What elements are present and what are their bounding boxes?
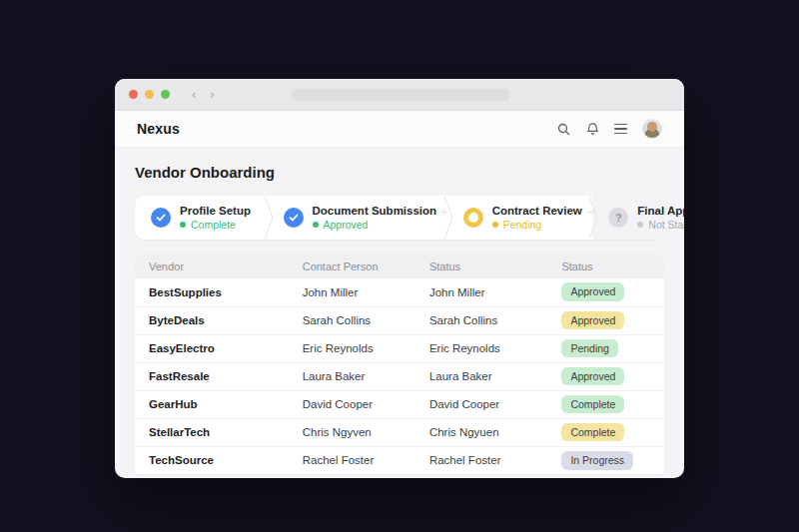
contact-cell: David Cooper <box>289 390 415 418</box>
table-row[interactable]: GearHub David Cooper David Cooper Comple… <box>135 390 664 418</box>
vendor-table-card: Vendor Contact Person Status Status Best… <box>135 254 664 474</box>
main-content: Vendor Onboarding Profile Setup Complete <box>115 148 684 474</box>
progress-ring-icon <box>463 208 483 228</box>
table-row[interactable]: BestSupplies John Miller John Miller App… <box>135 278 664 306</box>
status-dot-icon <box>180 222 186 228</box>
table-header-row: Vendor Contact Person Status Status <box>135 254 664 278</box>
page-title: Vendor Onboarding <box>135 164 664 181</box>
search-icon[interactable] <box>556 122 570 136</box>
status-badge: Approved <box>561 367 624 386</box>
table-row[interactable]: TechSource Rachel Foster Rachel Foster I… <box>135 446 664 474</box>
status-badge: Complete <box>561 423 624 442</box>
status-badge: Complete <box>561 395 624 414</box>
status-badge: Approved <box>561 311 624 330</box>
close-window-button[interactable] <box>129 90 138 99</box>
status-badge: In Progress <box>561 451 633 470</box>
check-circle-icon <box>151 208 171 228</box>
step-status: Complete <box>180 219 251 231</box>
status-dot-icon <box>637 222 643 228</box>
column-header-status-name[interactable]: Status <box>415 254 548 278</box>
table-row[interactable]: StellarTech Chris Ngyven Chris Ngyuen Co… <box>135 418 664 446</box>
contact-cell: Rachel Foster <box>289 446 415 474</box>
vendor-cell: FastResale <box>135 362 289 390</box>
menu-icon[interactable] <box>614 124 627 135</box>
step-profile-setup[interactable]: Profile Setup Complete <box>135 196 268 240</box>
step-final-approval[interactable]: ? Final Approval Not Started <box>592 196 684 240</box>
status-badge: Approved <box>561 282 624 301</box>
status-cell: Approved <box>547 362 664 390</box>
bell-icon[interactable] <box>585 122 599 136</box>
column-header-contact[interactable]: Contact Person <box>289 254 415 278</box>
table-row[interactable]: EasyElectro Eric Reynolds Eric Reynolds … <box>135 334 664 362</box>
minimize-window-button[interactable] <box>145 90 154 99</box>
vendor-table: Vendor Contact Person Status Status Best… <box>135 254 664 474</box>
contact-cell: John Miller <box>289 278 415 306</box>
app-title: Nexus <box>137 121 180 137</box>
status-name-cell: Rachel Foster <box>415 446 548 474</box>
vendor-cell: ByteDeals <box>135 306 289 334</box>
column-header-status[interactable]: Status <box>547 254 664 278</box>
check-circle-icon <box>284 208 304 228</box>
vendor-cell: GearHub <box>135 390 289 418</box>
vendor-cell: EasyElectro <box>135 334 289 362</box>
step-label: Contract Review <box>492 205 582 217</box>
status-cell: Complete <box>547 418 664 446</box>
forward-icon[interactable]: › <box>210 88 214 101</box>
step-contract-review[interactable]: Contract Review – Pending <box>447 196 593 240</box>
vendor-cell: BestSupplies <box>135 278 289 306</box>
vendor-cell: TechSource <box>135 446 289 474</box>
browser-window: ‹ › Nexus Vendor Onboarding <box>115 79 684 478</box>
vendor-cell: StellarTech <box>135 418 289 446</box>
status-dot-icon <box>313 222 319 228</box>
onboarding-stepper: Profile Setup Complete Document S <box>135 196 664 240</box>
address-bar[interactable] <box>291 89 510 101</box>
status-name-cell: Chris Ngyuen <box>415 418 548 446</box>
contact-cell: Eric Reynolds <box>289 334 415 362</box>
step-status: Approved <box>313 219 447 231</box>
status-badge: Pending <box>561 339 618 358</box>
table-row[interactable]: ByteDeals Sarah Collins Sarah Collins Ap… <box>135 306 664 334</box>
traffic-lights <box>129 90 170 99</box>
status-cell: Approved <box>547 306 664 334</box>
browser-chrome: ‹ › <box>115 79 684 111</box>
status-dot-icon <box>492 222 498 228</box>
status-name-cell: Sarah Collins <box>415 306 548 334</box>
step-status: Not Started <box>637 219 684 231</box>
step-label: Final Approval <box>637 205 684 217</box>
table-row[interactable]: FastResale Laura Baker Laura Baker Appro… <box>135 362 664 390</box>
avatar[interactable] <box>642 119 662 139</box>
question-circle-icon: ? <box>608 208 628 228</box>
status-cell: In Progress <box>547 446 664 474</box>
status-cell: Approved <box>547 278 664 306</box>
status-name-cell: John Miller <box>415 278 548 306</box>
contact-cell: Chris Ngyven <box>289 418 415 446</box>
app-header: Nexus <box>115 111 684 148</box>
step-label: Document Submission <box>313 205 437 217</box>
back-icon[interactable]: ‹ <box>192 88 196 101</box>
step-label: Profile Setup <box>180 205 251 217</box>
step-status: Pending <box>492 219 593 231</box>
contact-cell: Sarah Collins <box>289 306 415 334</box>
zoom-window-button[interactable] <box>161 90 170 99</box>
contact-cell: Laura Baker <box>289 362 415 390</box>
status-name-cell: Laura Baker <box>415 362 548 390</box>
step-document-submission[interactable]: Document Submission – Approved <box>268 196 447 240</box>
status-name-cell: Eric Reynolds <box>415 334 548 362</box>
status-cell: Complete <box>547 390 664 418</box>
column-header-vendor[interactable]: Vendor <box>135 254 289 278</box>
status-name-cell: David Cooper <box>415 390 548 418</box>
status-cell: Pending <box>547 334 664 362</box>
